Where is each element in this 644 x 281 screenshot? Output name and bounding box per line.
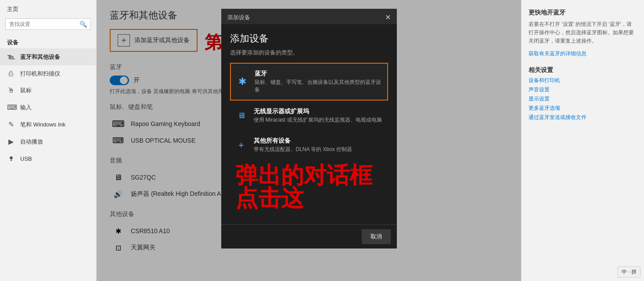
- printer-icon: ⎙: [7, 70, 15, 78]
- dialog-option-bluetooth[interactable]: ✱ 蓝牙 鼠标、键盘、手写笔、合频设备以及其他类型的蓝牙设备: [230, 63, 388, 101]
- input-icon: ⌨: [7, 103, 15, 112]
- ime-bar: 中 ∙ 拼: [618, 267, 640, 277]
- dialog-other-icon: +: [235, 140, 248, 151]
- dialog-option-wireless-title: 无线显示器或扩展坞: [254, 108, 382, 115]
- sidebar-item-input-label: 输入: [20, 104, 32, 112]
- dialog-option-other-title: 其他所有设备: [254, 137, 353, 145]
- main-content: 蓝牙和其他设备 + 添加蓝牙或其他设备 第一步点击这里 蓝牙 开 打开此选项，设…: [97, 0, 521, 281]
- right-panel-link-4[interactable]: 通过蓝牙发送或接收文件: [529, 114, 637, 121]
- right-panel: 更快地开蓝牙 若要在不打开 '设置' 的情况下开启 '蓝牙'，请打开操作中心，然…: [521, 0, 644, 281]
- dialog-option-bluetooth-desc: 鼠标、键盘、手写笔、合频设备以及其他类型的蓝牙设备: [255, 79, 382, 94]
- dialog-main-title: 添加设备: [230, 32, 388, 45]
- sidebar-home[interactable]: 主页: [0, 0, 96, 17]
- right-panel-title: 更快地开蓝牙: [529, 9, 637, 17]
- dialog-footer: 取消: [221, 224, 397, 249]
- usb-icon: ⧭: [7, 155, 15, 162]
- dialog-option-bluetooth-text: 蓝牙 鼠标、键盘、手写笔、合频设备以及其他类型的蓝牙设备: [255, 70, 382, 94]
- right-panel-related-title: 相关设置: [529, 66, 637, 74]
- right-panel-link-2[interactable]: 显示设置: [529, 95, 637, 103]
- sidebar-item-bluetooth-label: 蓝牙和其他设备: [20, 53, 60, 61]
- dialog-cancel-button[interactable]: 取消: [362, 229, 391, 244]
- right-panel-link-1[interactable]: 声音设置: [529, 86, 637, 94]
- dialog-header: 添加设备 ✕: [221, 9, 397, 24]
- sidebar-item-autoplay-label: 自动播放: [20, 138, 43, 146]
- dialog-option-other[interactable]: + 其他所有设备 带有无线适配器、DLNA 等的 Xbox 控制器: [230, 131, 388, 159]
- dialog-option-other-text: 其他所有设备 带有无线适配器、DLNA 等的 Xbox 控制器: [254, 137, 353, 153]
- dialog-option-wireless-desc: 使用 Miracast 或无线扩展坞的无线监视器、电视或电脑: [254, 116, 382, 124]
- dialog-bluetooth-icon: ✱: [236, 76, 248, 87]
- dialog-option-bluetooth-title: 蓝牙: [255, 70, 382, 78]
- dialog-option-wireless[interactable]: 🖥 无线显示器或扩展坞 使用 Miracast 或无线扩展坞的无线监视器、电视或…: [230, 101, 388, 130]
- right-panel-main-link[interactable]: 获取有关蓝牙的详细信息: [529, 50, 637, 58]
- sidebar-item-autoplay[interactable]: ▶ 自动播放: [0, 133, 96, 150]
- sidebar-item-usb-label: USB: [20, 155, 32, 162]
- dialog-body: 添加设备 选择要添加的设备的类型。 ✱ 蓝牙 鼠标、键盘、手写笔、合频设备以及其…: [221, 24, 397, 224]
- search-icon-button[interactable]: 🔍: [79, 21, 87, 28]
- sidebar-section-label: 设备: [0, 35, 96, 48]
- mouse-icon: 🖱: [7, 86, 15, 94]
- sidebar-item-pen-label: 笔和 Windows Ink: [20, 121, 65, 129]
- right-panel-desc: 若要在不打开 '设置' 的情况下开启 '蓝牙'，请打开操作中心，然后选择蓝牙图标…: [529, 20, 637, 46]
- sidebar-item-bluetooth[interactable]: ℡ 蓝牙和其他设备: [0, 48, 96, 65]
- dialog-big-label: 弹出的对话框点击这: [230, 160, 388, 216]
- dialog-header-title: 添加设备: [227, 14, 250, 22]
- autoplay-icon: ▶: [7, 137, 15, 146]
- right-panel-link-0[interactable]: 设备和打印机: [529, 77, 637, 84]
- sidebar-item-mouse[interactable]: 🖱 鼠标: [0, 82, 96, 99]
- pen-icon: ✎: [7, 120, 15, 129]
- sidebar-item-printers[interactable]: ⎙ 打印机和扫描仪: [0, 65, 96, 82]
- bluetooth-icon: ℡: [7, 53, 15, 61]
- sidebar-item-usb[interactable]: ⧭ USB: [0, 150, 96, 167]
- search-box[interactable]: 🔍: [5, 18, 91, 30]
- dialog-overlay: 添加设备 ✕ 添加设备 选择要添加的设备的类型。 ✱ 蓝牙 鼠标、键盘、手写笔、…: [97, 0, 521, 281]
- right-panel-link-3[interactable]: 更多蓝牙选项: [529, 104, 637, 112]
- dialog-subtitle: 选择要添加的设备的类型。: [230, 49, 388, 57]
- sidebar: 主页 🔍 设备 ℡ 蓝牙和其他设备 ⎙ 打印机和扫描仪 🖱 鼠标 ⌨ 输入 ✎ …: [0, 0, 97, 281]
- search-input[interactable]: [9, 21, 79, 27]
- sidebar-item-input[interactable]: ⌨ 输入: [0, 99, 96, 116]
- sidebar-item-pen[interactable]: ✎ 笔和 Windows Ink: [0, 116, 96, 133]
- dialog-close-button[interactable]: ✕: [385, 13, 391, 22]
- dialog-wireless-icon: 🖥: [235, 111, 248, 120]
- add-device-dialog: 添加设备 ✕ 添加设备 选择要添加的设备的类型。 ✱ 蓝牙 鼠标、键盘、手写笔、…: [221, 9, 397, 249]
- sidebar-item-mouse-label: 鼠标: [20, 86, 32, 94]
- home-label: 主页: [7, 6, 18, 12]
- ime-label: 中 ∙ 拼: [622, 268, 637, 276]
- sidebar-item-printers-label: 打印机和扫描仪: [20, 70, 60, 78]
- dialog-option-wireless-text: 无线显示器或扩展坞 使用 Miracast 或无线扩展坞的无线监视器、电视或电脑: [254, 108, 382, 124]
- dialog-option-other-desc: 带有无线适配器、DLNA 等的 Xbox 控制器: [254, 146, 353, 153]
